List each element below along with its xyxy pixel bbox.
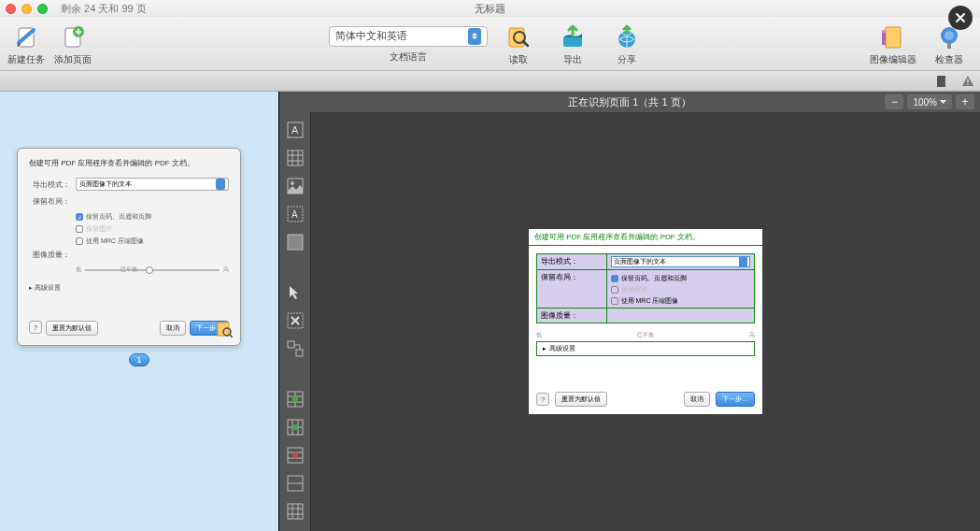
warning-icon[interactable] xyxy=(961,75,974,88)
ocr-cancel-button: 取消 xyxy=(684,392,710,407)
add-page-label: 添加页面 xyxy=(54,53,92,66)
window-controls xyxy=(6,4,48,14)
minimize-window-button[interactable] xyxy=(21,4,32,14)
magnifier-icon xyxy=(505,24,532,50)
ocr-export-mode-value: 页面图像下的文本 xyxy=(614,257,666,266)
merge-cells-tool[interactable] xyxy=(285,473,305,494)
background-tool[interactable] xyxy=(285,232,305,252)
close-icon xyxy=(954,11,967,24)
zoom-window-button[interactable] xyxy=(37,4,48,14)
export-icon xyxy=(560,24,586,50)
chevron-down-icon xyxy=(940,100,946,105)
ocr-export-mode-select: 页面图像下的文本 xyxy=(611,256,750,267)
dialog-title: 创建可用 PDF 应用程序查看并编辑的 PDF 文档。 xyxy=(29,158,229,168)
doc-language-label: 文档语言 xyxy=(390,50,427,64)
svg-rect-12 xyxy=(937,76,945,87)
inspector-label: 检查器 xyxy=(935,53,963,66)
page-thumbnail-1[interactable]: 创建可用 PDF 应用程序查看并编辑的 PDF 文档。 导出模式： 页面图像下的… xyxy=(17,148,241,346)
export-mode-label: 导出模式： xyxy=(29,179,70,190)
new-task-icon xyxy=(13,24,39,50)
language-group: 简体中文和英语 文档语言 读取 导出 分享 xyxy=(329,23,650,66)
cancel-button: 取消 xyxy=(160,321,186,336)
document-canvas[interactable]: 创建可用 PDF 应用程序查看并编辑的 PDF 文档。 导出模式： 页面图像下的… xyxy=(311,112,980,531)
svg-text:A: A xyxy=(291,209,298,220)
close-window-button[interactable] xyxy=(6,4,16,14)
zoom-out-button[interactable]: − xyxy=(885,94,903,109)
ocr-preview: 创建可用 PDF 应用程序查看并编辑的 PDF 文档。 导出模式： 页面图像下的… xyxy=(529,229,762,414)
svg-point-33 xyxy=(292,452,298,458)
split-cells-tool[interactable] xyxy=(285,501,305,522)
read-button[interactable]: 读取 xyxy=(504,23,533,66)
delete-area-tool[interactable] xyxy=(285,310,305,331)
read-label: 读取 xyxy=(509,53,528,66)
share-button[interactable]: 分享 xyxy=(613,23,641,66)
document-icon[interactable] xyxy=(935,75,948,88)
page-pane-header xyxy=(0,71,980,92)
export-mode-select: 页面图像下的文本 xyxy=(76,178,229,191)
export-mode-value: 页面图像下的文本 xyxy=(79,179,132,189)
svg-rect-3 xyxy=(509,28,524,47)
add-horizontal-split-tool[interactable] xyxy=(285,417,305,438)
editor-pane: 正在识别页面 1（共 1 页） − 100% + A A xyxy=(279,92,980,531)
ocr-slider-high: 高 xyxy=(749,331,755,339)
table-tool[interactable] xyxy=(285,148,305,168)
check-headers-label: 保留页码、页眉和页脚 xyxy=(86,212,151,222)
textbox-tool[interactable]: A xyxy=(285,204,305,224)
remove-split-tool[interactable] xyxy=(285,445,305,466)
checkbox-icon xyxy=(611,297,618,305)
pointer-tool[interactable] xyxy=(285,282,305,303)
text-area-tool[interactable]: A xyxy=(285,120,305,140)
svg-rect-26 xyxy=(288,341,294,348)
add-page-button[interactable]: 添加页面 xyxy=(54,23,92,66)
svg-rect-13 xyxy=(967,79,968,82)
svg-rect-19 xyxy=(288,151,303,165)
image-editor-icon xyxy=(880,24,906,50)
ocr-title: 创建可用 PDF 应用程序查看并编辑的 PDF 文档。 xyxy=(529,229,762,246)
slider-balanced: 已平衡 xyxy=(121,266,137,274)
share-label: 分享 xyxy=(618,53,636,66)
checkbox-icon xyxy=(76,237,83,245)
ocr-next-button: 下一步… xyxy=(716,392,755,407)
editor-header: 正在识别页面 1（共 1 页） − 100% + xyxy=(279,92,980,112)
export-button[interactable]: 导出 xyxy=(559,23,587,66)
ocr-export-mode-label: 导出模式： xyxy=(537,254,607,270)
main-area: 创建可用 PDF 应用程序查看并编辑的 PDF 文档。 导出模式： 页面图像下的… xyxy=(0,92,980,531)
zoom-value[interactable]: 100% xyxy=(907,94,952,109)
window-title: 无标题 xyxy=(475,2,505,16)
add-page-icon xyxy=(60,24,86,50)
svg-rect-14 xyxy=(967,83,968,84)
add-vertical-split-tool[interactable] xyxy=(285,389,305,409)
main-toolbar: 新建任务 添加页面 简体中文和英语 文档语言 读取 导出 分享 图像编辑器 xyxy=(0,17,980,71)
help-button: ? xyxy=(29,321,42,334)
page-number-badge[interactable]: 1 xyxy=(129,353,149,366)
ocr-slider-scale: 低 已平衡 高 xyxy=(529,331,762,339)
svg-rect-27 xyxy=(296,350,303,356)
image-editor-button[interactable]: 图像编辑器 xyxy=(870,23,916,66)
svg-point-29 xyxy=(292,396,298,402)
new-task-button[interactable]: 新建任务 xyxy=(7,23,45,66)
image-quality-label: 图像质量： xyxy=(29,250,70,260)
ocr-keep-layout-label: 保留布局： xyxy=(537,270,607,309)
export-label: 导出 xyxy=(563,53,582,66)
ocr-slider-balanced: 已平衡 xyxy=(637,331,654,339)
zoom-in-button[interactable]: + xyxy=(956,94,974,109)
order-tool[interactable] xyxy=(285,338,305,359)
page-thumbnails-pane: 创建可用 PDF 应用程序查看并编辑的 PDF 文档。 导出模式： 页面图像下的… xyxy=(0,92,279,531)
zoom-controls: − 100% + xyxy=(885,94,974,109)
ocr-check-keep-image: 保留图片 xyxy=(621,285,647,294)
titlebar: 剩余 24 天和 99 页 无标题 xyxy=(0,0,980,17)
svg-rect-6 xyxy=(886,27,901,48)
svg-rect-24 xyxy=(288,235,303,250)
language-select[interactable]: 简体中文和英语 xyxy=(329,26,488,47)
page-corner-icon xyxy=(216,321,233,337)
check-mrc-label: 使用 MRC 压缩图像 xyxy=(86,237,144,246)
reset-defaults-button: 重置为默认值 xyxy=(46,321,98,336)
ocr-advanced-row: ▸ 高级设置 xyxy=(536,341,755,356)
close-overlay-button[interactable] xyxy=(948,6,973,30)
slider-high: 高 xyxy=(223,266,229,274)
language-value: 简体中文和英语 xyxy=(335,29,407,43)
annotation-toolbar: A A xyxy=(279,112,311,531)
select-arrows-icon xyxy=(739,257,747,266)
image-tool[interactable] xyxy=(285,176,305,196)
slider-low: 低 xyxy=(76,266,81,274)
